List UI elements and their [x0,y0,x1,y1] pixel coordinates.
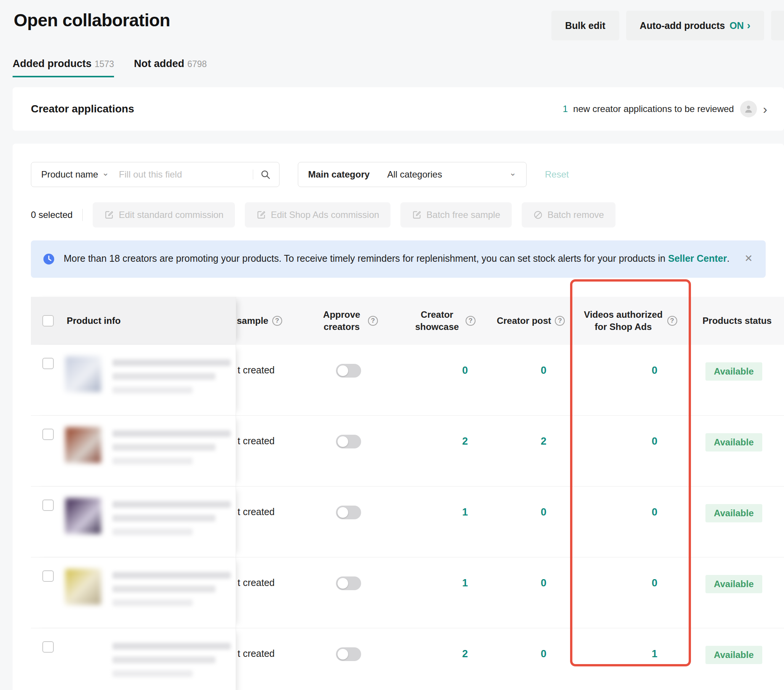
avatar [740,100,757,117]
approve-toggle[interactable] [336,647,361,661]
bulk-edit-label: Bulk edit [565,20,606,31]
product-text-placeholder [112,569,231,606]
help-icon[interactable]: ? [368,316,378,326]
table-row: t created 1 0 0 Available [31,557,784,628]
batch-free-sample-button[interactable]: Batch free sample [400,202,511,227]
product-text-placeholder [112,498,231,535]
banner-text-before: More than 18 creators are promoting your… [64,253,668,264]
status-badge: Available [705,433,762,452]
seller-center-link[interactable]: Seller Center [668,253,727,264]
tab-count: 1573 [95,59,114,69]
approve-toggle[interactable] [336,577,361,590]
help-icon[interactable]: ? [272,316,282,326]
row-checkbox[interactable] [42,358,54,369]
bulk-edit-button[interactable]: Bulk edit [552,11,619,40]
product-image [65,427,101,463]
approve-toggle[interactable] [336,435,361,449]
showcase-count[interactable]: 2 [396,628,491,690]
approve-toggle[interactable] [336,506,361,519]
post-count[interactable]: 0 [491,557,570,628]
clock-icon [42,251,55,267]
help-icon[interactable]: ? [667,316,677,326]
products-panel: Product name ⌄ Main category All categor… [13,144,784,690]
post-count[interactable]: 0 [491,486,570,557]
batch-remove-button[interactable]: Batch remove [522,202,616,227]
product-info-cell [31,557,236,628]
edit-icon [104,210,114,220]
post-count[interactable]: 0 [491,345,570,415]
banner-text-after: . [727,253,730,264]
edit-shop-ads-commission-button[interactable]: Edit Shop Ads commission [245,202,390,227]
row-checkbox[interactable] [42,429,54,440]
main-category-filter[interactable]: Main category All categories ⌄ [298,162,527,187]
search-input[interactable] [119,169,250,180]
tab-count: 6798 [187,59,207,69]
help-icon[interactable]: ? [555,316,565,326]
sample-status: t created [236,557,301,628]
row-checkbox[interactable] [42,641,54,653]
showcase-count[interactable]: 2 [396,416,491,486]
row-checkbox[interactable] [42,499,54,511]
auto-add-state: ON [730,20,744,31]
table-header: Product info sample ? Approve creators ?… [31,297,784,345]
videos-count[interactable]: 0 [570,345,690,415]
approve-toggle[interactable] [336,364,361,378]
table-row: t created 1 0 0 Available [31,486,784,557]
videos-count[interactable]: 0 [570,486,690,557]
row-checkbox[interactable] [42,570,54,582]
product-image [65,498,101,534]
product-name-label[interactable]: Product name [41,169,98,180]
product-name-filter[interactable]: Product name ⌄ [31,162,280,187]
column-approve-creators: Approve creators ? [301,309,396,333]
main-category-value: All categories [387,169,505,180]
column-creator-showcase: Creator showcase ? [396,309,491,333]
chevron-down-icon: ⌄ [102,168,109,178]
button-label: Batch remove [548,210,604,220]
column-videos-authorized: Videos authorized for Shop Ads ? [570,309,690,333]
chevron-right-icon[interactable]: › [763,102,767,115]
ban-icon [533,210,543,220]
videos-count[interactable]: 0 [570,416,690,486]
edit-standard-commission-button[interactable]: Edit standard commission [93,202,235,227]
tab-bar: Added products 1573 Not added 6798 [13,58,784,77]
tab-label: Not added [134,58,184,70]
overflow-button[interactable]: C [771,11,784,40]
chevron-down-icon: ⌄ [509,168,516,178]
showcase-count[interactable]: 1 [396,486,491,557]
main-category-label: Main category [308,169,369,180]
edit-icon [256,210,266,220]
column-label: Products status [702,315,771,327]
column-sample: sample ? [236,315,301,327]
reset-button[interactable]: Reset [545,169,569,180]
help-icon[interactable]: ? [466,316,476,326]
videos-count[interactable]: 1 [570,628,690,690]
products-table: Product info sample ? Approve creators ?… [31,297,784,690]
videos-count[interactable]: 0 [570,557,690,628]
product-info-cell [31,416,236,486]
post-count[interactable]: 2 [491,416,570,486]
status-badge: Available [705,362,762,381]
header-checkbox[interactable] [42,315,54,327]
product-image [65,356,101,392]
product-image [65,640,101,675]
button-label: Batch free sample [426,210,500,220]
post-count[interactable]: 0 [491,628,570,690]
info-banner: More than 18 creators are promoting your… [31,240,766,278]
showcase-count[interactable]: 0 [396,345,491,415]
creator-applications-card[interactable]: Creator applications 1 new creator appli… [13,87,784,131]
sample-status: t created [236,416,301,486]
search-icon[interactable] [260,169,271,180]
column-label: Creator showcase [412,309,462,333]
banner-text: More than 18 creators are promoting your… [64,251,730,267]
creator-applications-summary: 1 new creator applications to be reviewe… [563,100,767,117]
product-info-cell [31,628,236,690]
column-label: sample [237,315,268,327]
auto-add-products-button[interactable]: Auto-add products ON › [626,11,764,40]
product-text-placeholder [112,640,231,677]
close-icon[interactable]: ✕ [744,253,753,264]
edit-icon [412,210,422,220]
tab-added-products[interactable]: Added products 1573 [13,58,114,77]
button-label: Edit standard commission [119,210,224,220]
showcase-count[interactable]: 1 [396,557,491,628]
tab-not-added[interactable]: Not added 6798 [134,58,207,77]
